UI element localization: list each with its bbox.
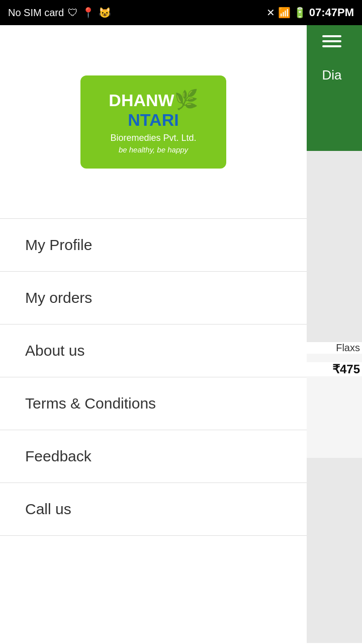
logo-box: DHANW🌿NTARI Bioremedies Pvt. Ltd. be hea… bbox=[80, 75, 226, 169]
hamburger-icon[interactable] bbox=[322, 35, 341, 47]
logo-area: DHANW🌿NTARI Bioremedies Pvt. Ltd. be hea… bbox=[0, 25, 307, 219]
status-bar: No SIM card 🛡 📍 😺 ✕ 📶 🔋 07:47PM bbox=[0, 0, 362, 25]
logo-title: DHANW🌿NTARI bbox=[88, 90, 218, 129]
status-bar-right: ✕ 📶 🔋 07:47PM bbox=[266, 6, 354, 19]
sidebar-item-label-feedback: Feedback bbox=[25, 448, 92, 465]
sidebar-item-feedback[interactable]: Feedback bbox=[0, 430, 307, 483]
sidebar-item-my-orders[interactable]: My orders bbox=[0, 272, 307, 325]
logo-leaf: 🌿 bbox=[174, 89, 198, 110]
product-card-2 bbox=[302, 458, 362, 644]
top-header: Dia bbox=[302, 25, 362, 151]
logo-tagline: be healthy, be happy bbox=[119, 145, 188, 154]
hamburger-line-2 bbox=[322, 40, 341, 42]
sidebar-item-about-us[interactable]: About us bbox=[0, 325, 307, 377]
status-bar-left: No SIM card 🛡 📍 😺 bbox=[8, 7, 111, 19]
sidebar-item-my-profile[interactable]: My Profile bbox=[0, 219, 307, 272]
logo-dhan: DHANW bbox=[109, 91, 174, 110]
hamburger-line-3 bbox=[322, 45, 341, 47]
signal-icon: ✕ bbox=[266, 7, 275, 19]
shield-icon: 🛡 bbox=[68, 7, 78, 19]
face-icon: 😺 bbox=[99, 7, 111, 19]
product-price-1: ₹475 bbox=[302, 362, 362, 376]
product-name-1: Flaxs bbox=[302, 342, 362, 354]
app-container: Dia Flaxs ₹475 Flaxs DHANW🌿NTARI Bioreme… bbox=[0, 25, 362, 644]
navigation-drawer: DHANW🌿NTARI Bioremedies Pvt. Ltd. be hea… bbox=[0, 25, 307, 644]
drawer-empty-space bbox=[0, 536, 307, 644]
wifi-icon: 📶 bbox=[278, 7, 291, 19]
header-partial-title: Dia bbox=[322, 67, 341, 83]
product-card-1 bbox=[302, 151, 362, 342]
status-time: 07:47PM bbox=[309, 6, 354, 19]
sidebar-item-label-my-profile: My Profile bbox=[25, 236, 92, 254]
hamburger-line-1 bbox=[322, 35, 341, 37]
carrier-text: No SIM card bbox=[8, 7, 64, 19]
sidebar-item-label-call-us: Call us bbox=[25, 501, 71, 518]
battery-icon: 🔋 bbox=[294, 7, 306, 19]
sidebar-item-label-about-us: About us bbox=[25, 342, 84, 359]
logo-subtitle: Bioremedies Pvt. Ltd. bbox=[110, 133, 196, 143]
sidebar-item-call-us[interactable]: Call us bbox=[0, 483, 307, 536]
location-icon: 📍 bbox=[82, 7, 95, 19]
logo-antari: NTARI bbox=[128, 110, 178, 129]
sidebar-item-terms-conditions[interactable]: Terms & Conditions bbox=[0, 377, 307, 430]
sidebar-item-label-terms-conditions: Terms & Conditions bbox=[25, 395, 156, 412]
sidebar-item-label-my-orders: My orders bbox=[25, 289, 92, 306]
